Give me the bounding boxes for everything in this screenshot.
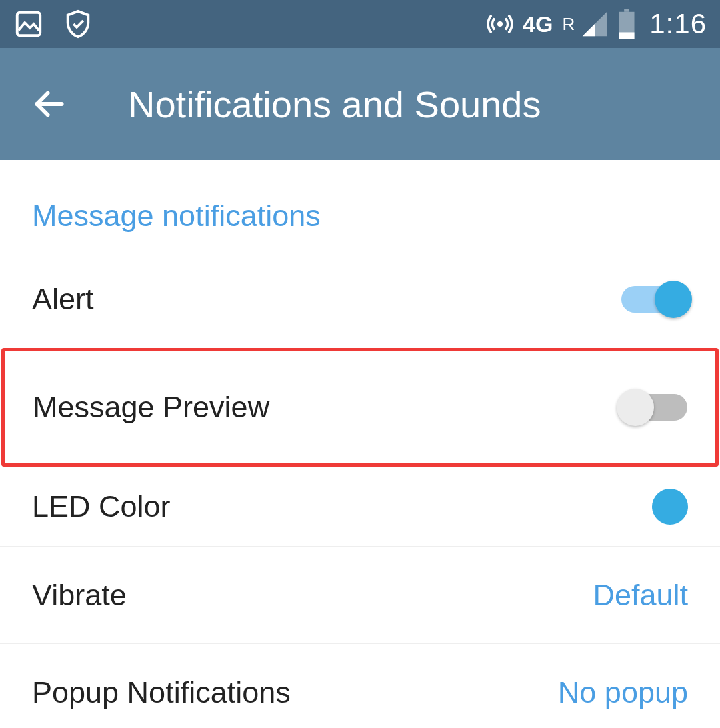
app-bar: Notifications and Sounds — [0, 48, 720, 160]
section-header-message-notifications: Message notifications — [0, 160, 720, 251]
page-title: Notifications and Sounds — [128, 83, 541, 126]
switch-thumb — [617, 389, 654, 426]
highlight-message-preview: Message Preview — [1, 348, 719, 467]
roaming-label: R — [562, 14, 575, 35]
network-label: 4G — [523, 11, 553, 37]
row-alert[interactable]: Alert — [0, 251, 720, 348]
row-message-preview[interactable]: Message Preview — [33, 351, 687, 463]
row-label-led-color: LED Color — [32, 489, 171, 524]
switch-alert[interactable] — [621, 286, 688, 313]
row-led-color[interactable]: LED Color — [0, 467, 720, 547]
row-vibrate[interactable]: Vibrate Default — [0, 547, 720, 644]
battery-icon — [617, 9, 636, 39]
signal-icon — [580, 9, 609, 39]
row-value-vibrate: Default — [593, 578, 688, 613]
row-label-message-preview: Message Preview — [33, 390, 269, 425]
settings-content: Message notifications Alert Message Prev… — [0, 160, 720, 728]
row-label-popup: Popup Notifications — [32, 675, 291, 710]
switch-thumb — [655, 281, 692, 318]
row-label-alert: Alert — [32, 282, 94, 317]
image-icon — [13, 9, 44, 39]
hotspot-icon — [485, 9, 515, 39]
shield-check-icon — [63, 9, 93, 39]
row-value-popup: No popup — [558, 675, 688, 710]
svg-rect-0 — [17, 13, 41, 36]
back-button[interactable] — [31, 85, 68, 123]
switch-message-preview[interactable] — [621, 394, 687, 421]
row-label-vibrate: Vibrate — [32, 578, 127, 613]
status-left — [13, 9, 93, 39]
svg-point-1 — [497, 21, 503, 27]
clock-time: 1:16 — [649, 8, 707, 40]
row-popup-notifications[interactable]: Popup Notifications No popup — [0, 644, 720, 728]
svg-rect-2 — [624, 9, 629, 12]
svg-rect-4 — [619, 32, 635, 39]
status-right: 4G R 1:16 — [485, 8, 707, 40]
status-bar: 4G R 1:16 — [0, 0, 720, 48]
led-color-indicator — [652, 489, 688, 525]
